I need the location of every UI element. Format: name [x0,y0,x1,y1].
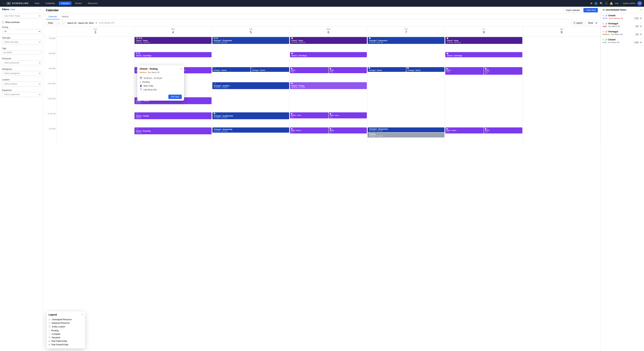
cell-sat-12[interactable] [523,112,600,127]
clear-link[interactable]: Clear [10,8,15,11]
cell-tue-11[interactable] [212,97,290,112]
cell-tue-1[interactable]: Virology1 - Sequencing 02:30 pm - 04:00 … [212,127,290,142]
cell-wed-10[interactable]: 🕑 Chem2 - Testing 10:45 am - 12:15 pm [290,82,367,97]
nav-resources[interactable]: Resources [86,2,100,5]
task-training[interactable]: Training 04:00 pm - 05:30 pm [368,133,444,138]
globe-icon[interactable]: 🌐 [594,2,598,5]
task-chem-panel-wed2[interactable]: 🕑 Chem - Panel [329,67,367,73]
personnel-select[interactable]: Select personnel [2,61,41,65]
cell-tue-10[interactable]: ✓ 8 Virology1 - Isolation 10:30 am - 12:… [212,82,290,97]
more-menu-virology3[interactable]: ⋮ [640,30,642,33]
cell-thu-1[interactable]: Virology2 - Sequencing 02:30 pm - 04:00 … [367,127,445,142]
task-type-select[interactable]: Select task type [2,40,41,44]
cell-thu-11[interactable] [367,97,445,112]
import-calendar-button[interactable]: Import calendar [564,8,582,13]
preset-select[interactable]: Save Filter Preset [2,14,41,18]
task-chem1-centrifuge[interactable]: ✓ 9 Chem1 - Centrifuge [134,52,212,57]
help-icon[interactable]: ⓘ [605,2,608,5]
cell-mon-1[interactable]: ✓ 3 Chem1 - Resulting 01:30 p... [134,127,212,142]
cell-tue-8[interactable] [212,52,290,67]
cell-sat-7[interactable] [523,37,600,52]
edit-task-button[interactable]: Edit Task [168,95,182,99]
cell-sat-1[interactable] [523,127,600,142]
cell-fri-9[interactable]: 🕑 ⚠ Chem - Panel 🕑 ⚠ Chem - Panel C 09:3… [445,67,523,82]
cell-sun-1[interactable] [56,127,134,142]
show-archived-checkbox[interactable] [2,21,4,23]
cell-sun-10[interactable] [56,82,134,97]
task-virology1-amplification[interactable]: 🕑 1 Virology1 - Amplification 12:15 pm -… [212,112,289,119]
task-chem2-testing[interactable]: 🕑 Chem2 - Testing 10:45 am - 12:15 pm [290,82,367,89]
tab-history[interactable]: History [60,14,71,20]
cell-fri-12[interactable] [445,112,523,127]
cell-sun-12[interactable] [56,112,134,127]
bell-icon[interactable]: 🔔 [610,2,613,5]
unscheduled-item-chem5[interactable]: ► 🔗 Chem5 ⋮ Rerun Due February 28 ↕ 11 9… [601,13,644,21]
task-chem-panel-fri2[interactable]: 🕑 ⚠ Chem - Panel C 09:3... [484,67,522,75]
location-select[interactable]: Select location [2,82,41,86]
cell-wed-12[interactable]: 🕑 ⚠ Chem2 - Testi... 11:4... 🕑 ⚠ Chem - … [290,112,367,127]
cell-thu-10[interactable] [367,82,445,97]
task-chem-resulting-fri2[interactable]: 🕑 ⚠ Resul... 12:3... [484,127,522,133]
cell-thu-7[interactable]: 🕑 Virology2 - Preparation 07:00 am - 09:… [367,37,445,52]
next-week-button[interactable]: › [62,21,66,25]
search-icon[interactable]: 🔍 [600,2,603,5]
popup-close-button[interactable]: × [180,67,182,70]
unscheduled-item-virology3[interactable]: ► 🔗 Virology3 ⋮ Medium Due March 08 ↕ 6 … [601,29,644,37]
task-virology2-pipette1[interactable]: 🕑 Virology2 - Pipette [368,67,406,72]
task-virology1-pipette2[interactable]: ✓ 4 Virology1 - Pipette [251,67,289,72]
cell-tue-9[interactable]: ✓ 4 Virology1 - Pipette ✓ 4 Virology1 - … [212,67,290,82]
equipment-select[interactable]: Select equipment [2,92,41,97]
cell-sat-9[interactable] [523,67,600,82]
cell-sat-8[interactable] [523,52,600,67]
task-chem-panel-wed1[interactable]: 🕑 Chem - Panel [290,67,328,73]
today-button[interactable]: Today [46,21,55,25]
cell-fri-1[interactable]: 🕑 ⚠ Chem - Resul... 01:3... 🕑 ⚠ Resul...… [445,127,523,142]
prev-week-button[interactable]: ‹ [56,21,60,25]
cell-sun-9[interactable] [56,67,134,82]
legend-close-button[interactable]: × [82,313,83,316]
task-virology1-pipette1[interactable]: ✓ 4 Virology1 - Pipette [212,67,251,72]
task-chem2-centrifuge[interactable]: 🕑 Chem2 - Centrifuge [290,52,367,57]
cell-fri-7[interactable]: 🕑 Chem3 - Setup 07:00 am - 08:00 am [445,37,523,52]
task-chem3-setup[interactable]: 🕑 Chem3 - Setup 07:00 am - 08:00 am [445,37,522,44]
user-avatar[interactable]: SA [637,1,642,6]
cell-wed-1[interactable]: 🕑 ⚠ Chem - Resul... 01:3... 🕑 ⚠ Resul...… [290,127,367,142]
cell-fri-11[interactable] [445,97,523,112]
view-select[interactable]: Week [586,21,598,25]
legend-button[interactable]: ☷ Legend [571,21,584,25]
nav-availability[interactable]: Availability [43,2,57,5]
task-virology1-sequencing[interactable]: Virology1 - Sequencing 02:30 pm - 04:00 … [212,127,289,133]
back-icon[interactable]: ← [2,2,5,5]
task-chem-resulting-fri1[interactable]: 🕑 ⚠ Chem - Resul... 01:3... [445,127,484,133]
task-chem2-resulting-wed[interactable]: 🕑 ⚠ Chem - Resul... 01:3... [290,127,328,133]
nav-tasks[interactable]: Tasks [32,2,42,5]
workgroup-select[interactable]: Select workgroup [2,71,41,76]
unscheduled-item-chem4[interactable]: ► 🔗 Chem4 ⋮ Low Due March 08 ↕ 11 9h [601,37,644,45]
tags-input[interactable] [2,50,41,55]
more-menu-chem5[interactable]: ⋮ [640,14,642,17]
cell-thu-8[interactable] [367,52,445,67]
cell-thu-9[interactable]: 🕑 Virology2 - Pipette 🕑 Virology2 - Pipe… [367,67,445,82]
task-virology2-sequencing[interactable]: Virology2 - Sequencing 02:30 pm - 04:00 … [368,127,444,132]
task-chem3-centrifuge[interactable]: 🕑 Chem3 - Centrifuge [445,52,522,57]
cell-fri-10[interactable] [445,82,523,97]
cell-wed-11[interactable] [290,97,367,112]
task-chem-panel-fri1[interactable]: 🕑 ⚠ Chem - Panel [445,67,484,75]
cell-sun-7[interactable] [56,37,134,52]
task-chem1-setup[interactable]: ✓ 1 9 Chem1 - Setup 07:00 am - 08:00 am [134,37,212,44]
tab-calendar[interactable]: Calendar [46,14,60,20]
cell-mon-8[interactable]: ✓ 9 Chem1 - Centrifuge [134,52,212,67]
task-virology1-prep[interactable]: ✓ 8 Virology1 - Preparation 07:00 am - 0… [212,37,289,44]
cell-tue-7[interactable]: ✓ 8 Virology1 - Preparation 07:00 am - 0… [212,37,290,52]
task-chem1-testing-2[interactable]: ✓ 6 Chem1 - Testing 02:00 p... [134,112,212,119]
cell-tue-12[interactable]: 🕑 1 Virology1 - Amplification 12:15 pm -… [212,112,290,127]
cell-sat-11[interactable] [523,97,600,112]
collapse-right-icon[interactable]: ›› [640,8,642,11]
cell-sun-11[interactable] [56,97,134,112]
task-virology1-isolation[interactable]: ✓ 8 Virology1 - Isolation 10:30 am - 12:… [212,82,289,89]
collapse-sidebar-icon[interactable]: ‹‹ [40,8,41,11]
task-virology2-pipette2[interactable]: 🕑 Virology2 - Pipette [406,67,445,72]
cell-mon-7[interactable]: ✓ 1 9 Chem1 - Setup 07:00 am - 08:00 am [134,37,212,52]
task-chem1-resulting[interactable]: ✓ 3 Chem1 - Resulting 01:30 p... [134,127,212,134]
more-menu-chem4[interactable]: ⋮ [640,38,642,41]
